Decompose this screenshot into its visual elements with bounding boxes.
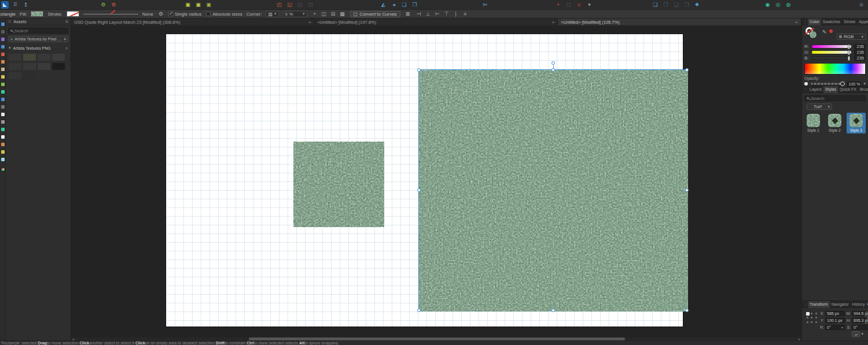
account-icon[interactable]: ☺ — [858, 0, 865, 10]
order-front-icon[interactable]: ◰ — [275, 0, 283, 10]
close-icon[interactable]: × — [552, 20, 555, 25]
align-middle-icon[interactable]: ∣ — [453, 11, 459, 17]
selection-handle-bottom-center[interactable] — [551, 309, 555, 312]
paste-style-icon[interactable]: ❐ — [411, 0, 418, 10]
style-category-dropdown[interactable]: Turf ▾ — [807, 103, 832, 110]
tab-styles[interactable]: Styles — [823, 86, 838, 93]
turf-texture-image-selected[interactable] — [418, 69, 687, 311]
asset-thumbnail[interactable] — [9, 54, 21, 61]
slider-value[interactable]: 235 — [854, 50, 866, 55]
insert-inside-icon[interactable]: ❐ — [662, 0, 670, 10]
field-value[interactable]: 100.1 px — [827, 318, 843, 323]
asset-thumbnail[interactable] — [9, 72, 21, 79]
artboard[interactable] — [166, 34, 683, 327]
duplicate-icon[interactable]: ❏ — [400, 0, 408, 10]
absolute-sizes-checkbox[interactable]: Absolute sizes — [206, 12, 242, 17]
pixel-persona-icon[interactable]: ⠿ — [12, 0, 19, 10]
slider-value[interactable]: 235 — [854, 55, 866, 61]
style-2[interactable]: Style 2 — [825, 113, 844, 133]
tool-icon-11[interactable] — [1, 98, 5, 101]
select-same-icon[interactable]: ▣ — [194, 0, 202, 10]
asset-thumbnail[interactable] — [23, 63, 36, 70]
tab-color[interactable]: Color — [808, 18, 821, 25]
slider-value[interactable]: 235 — [854, 44, 866, 49]
tool-icon-07[interactable] — [1, 68, 5, 71]
transform-y-field[interactable]: Y: 100.1 px▾ — [819, 317, 845, 324]
vector-gear-icon[interactable]: ⚙ — [100, 0, 107, 10]
selection-handle-top-left[interactable] — [417, 68, 421, 72]
tool-icon-04[interactable] — [1, 45, 5, 49]
corner-type-dropdown[interactable]: ▨ ▾ — [266, 11, 278, 17]
asset-thumbnail[interactable] — [52, 54, 65, 61]
tool-icon-03[interactable] — [1, 38, 5, 41]
tool-icon-05[interactable] — [1, 53, 5, 56]
transform-w-field[interactable]: W: 994.5 px▾ — [846, 310, 868, 317]
tab-transform[interactable]: Transform — [808, 301, 830, 308]
section-menu-icon[interactable]: ≡ — [65, 46, 68, 50]
geometry-add-icon[interactable]: ◉ — [764, 0, 771, 10]
slider-track[interactable] — [811, 56, 852, 60]
snapping-magnet-icon[interactable]: ∪ — [575, 0, 583, 10]
shear-button[interactable]: ▱ ▾ — [852, 331, 863, 337]
tool-icon-01[interactable] — [1, 23, 5, 26]
color-mode-dropdown[interactable]: RGB ▾ — [837, 34, 866, 40]
reset-bounds-icon[interactable]: ⊠ — [404, 11, 411, 17]
asset-thumbnail[interactable] — [9, 63, 21, 70]
single-radius-checkbox[interactable]: Single radius — [168, 12, 201, 17]
scale-both-icon[interactable]: ▦ — [339, 11, 346, 17]
transform-x-field[interactable]: X: 585 px▾ — [819, 310, 845, 317]
transform-h-field[interactable]: H: 895.3 px▾ — [846, 317, 868, 324]
close-icon[interactable]: × — [795, 20, 798, 25]
styles-search-box[interactable] — [804, 95, 866, 101]
transform-s-field[interactable]: S: 0°▾ — [846, 324, 868, 331]
snapping-chevron-icon[interactable]: ▾ — [586, 0, 593, 10]
selection-handle-top-center[interactable] — [551, 68, 555, 72]
anchor-point-icon[interactable]: + — [311, 11, 318, 17]
tool-icon-02[interactable] — [1, 30, 5, 34]
tool-icon-12[interactable] — [1, 105, 5, 109]
chevron-down-icon[interactable]: ▾ — [841, 325, 843, 330]
turf-texture-image-small[interactable] — [293, 142, 384, 227]
slider-track[interactable] — [811, 50, 852, 54]
slider-thumb[interactable] — [848, 44, 850, 49]
eyedropper-icon[interactable]: ✐ — [821, 29, 827, 34]
selection-handle-mid-left[interactable] — [417, 188, 421, 192]
export-persona-icon[interactable]: ↥ — [22, 0, 30, 10]
document-tab-2[interactable]: <Untitled> [Modified] (197.8%) × — [315, 18, 558, 25]
tab-history[interactable]: History — [851, 301, 867, 308]
convert-to-curves-button[interactable]: ▢ Convert to Curves — [350, 11, 400, 17]
tool-icon-15[interactable] — [1, 128, 5, 131]
transform-r-field[interactable]: R: 0°▾ — [819, 324, 845, 331]
tool-icon-10[interactable] — [1, 90, 5, 94]
pixel-gear-icon[interactable]: ⚙ — [110, 0, 117, 10]
tool-icon-06[interactable] — [1, 60, 5, 64]
order-back-icon[interactable]: ◱ — [286, 0, 293, 10]
tool-icon-16[interactable] — [1, 135, 5, 139]
alignment-icon[interactable]: ⊨ — [481, 0, 489, 10]
tool-icon-13[interactable] — [1, 113, 5, 116]
field-value[interactable]: 585 px — [827, 311, 843, 316]
select-all-icon[interactable]: ▣ — [184, 0, 192, 10]
replace-selection-icon[interactable]: ❑ — [672, 0, 680, 10]
selection-handle-bottom-left[interactable] — [417, 309, 421, 312]
style-1[interactable]: Style 1 — [804, 113, 823, 133]
color-spectrum-bar[interactable] — [804, 63, 866, 75]
corner-radius-dropdown[interactable]: 0 % ▾ — [283, 11, 307, 17]
align-top-icon[interactable]: ⊤ — [443, 11, 450, 17]
align-center-h-icon[interactable]: ⊥ — [425, 11, 432, 17]
geometry-intersect-icon[interactable]: ◍ — [785, 0, 792, 10]
stroke-swatch[interactable] — [67, 11, 79, 17]
opacity-slider[interactable] — [810, 82, 845, 86]
select-object-icon[interactable]: ▣ — [205, 0, 212, 10]
insert-on-top-icon[interactable]: ❒ — [683, 0, 690, 10]
tool-icon-17[interactable] — [1, 143, 5, 146]
field-value[interactable]: 0° — [854, 325, 868, 330]
slider-track[interactable] — [811, 44, 852, 49]
close-icon[interactable]: × — [308, 20, 311, 25]
tool-icon-18[interactable] — [1, 150, 5, 154]
insert-behind-icon[interactable]: ❏ — [652, 0, 659, 10]
asset-thumbnail[interactable] — [38, 54, 50, 61]
canvas-area[interactable]: ◂ ▸ — [71, 25, 801, 340]
asset-thumbnail[interactable] — [38, 63, 50, 70]
anchor-point-selector[interactable] — [806, 311, 818, 324]
